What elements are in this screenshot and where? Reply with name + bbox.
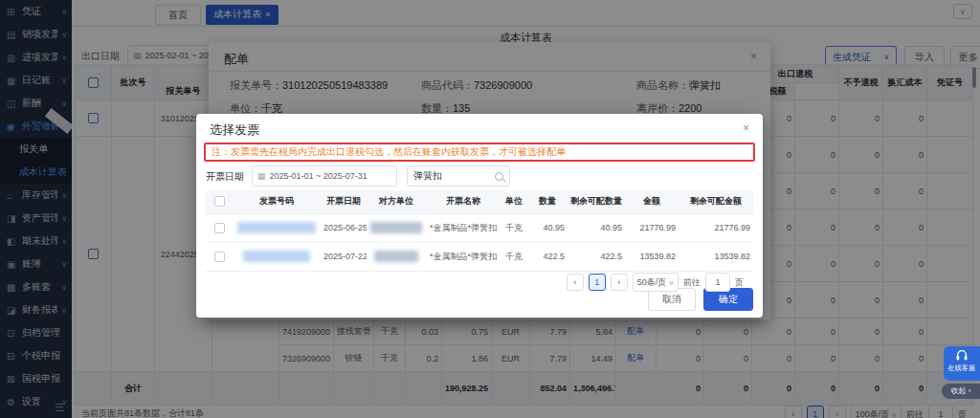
prev-page-button[interactable]: ‹ [567,274,584,291]
select-invoice-modal: 选择发票 × 注：发票需先在税局内完成出口退税勾选，然后在账套内获取发票，才可被… [196,114,763,318]
warning-note: 注：发票需先在税局内完成出口退税勾选，然后在账套内获取发票，才可被选择配单 [204,143,755,162]
row-checkbox[interactable] [214,223,225,233]
invoice-date-label: 开票日期 [206,170,244,184]
col-invoice-name: 开票名称 [426,190,501,213]
invoice-row: 2025-06-25 *金属制品*弹簧扣 千克 40.95 40.95 2177… [206,213,753,242]
redacted-buyer [374,251,418,262]
invoice-search-input[interactable]: 弹簧扣 [407,165,510,187]
goto-page-input[interactable] [705,273,730,292]
col-invoice-date: 开票日期 [321,190,367,213]
col-remain-amount: 剩余可配金额 [679,190,753,213]
col-remain-qty: 剩余可配数量 [568,190,625,213]
col-unit: 单位 [501,190,527,213]
collapse-widget-button[interactable]: 收起 › [942,384,980,399]
search-icon [495,172,503,181]
invoice-table: 发票号码 开票日期 对方单位 开票名称 单位 数量 剩余可配数量 金额 剩余可配… [206,190,753,272]
page-size-select[interactable]: 50条/页 ∨ [633,273,679,292]
row-checkbox[interactable] [214,252,225,262]
select-all-checkbox[interactable] [214,196,225,207]
invoice-row: 2025-07-22 *金属制品*弹簧扣 千克 422.5 422.5 1353… [206,242,753,271]
col-invoice-no: 发票号码 [233,190,321,213]
col-buyer: 对方单位 [367,190,426,213]
calendar-icon: ▦ [257,171,266,181]
invoice-pagination: ‹ 1 › 50条/页 ∨ 前往 页 [567,273,744,292]
online-service-button[interactable]: 在线客服 [944,346,980,381]
redacted-invoice-no [237,222,316,233]
close-icon[interactable]: × [743,121,749,135]
modal-title: 选择发票 [210,121,259,139]
headset-icon [955,349,969,361]
col-amount: 金额 [625,190,679,213]
next-page-button[interactable]: › [611,274,628,291]
redacted-invoice-no [243,251,310,262]
redacted-buyer [370,222,422,233]
chevron-down-icon: ∨ [669,279,674,286]
page-number-button[interactable]: 1 [589,274,606,291]
invoice-date-range-input[interactable]: ▦2025-01-01 ~ 2025-07-31 [252,165,397,187]
col-qty: 数量 [527,190,568,213]
